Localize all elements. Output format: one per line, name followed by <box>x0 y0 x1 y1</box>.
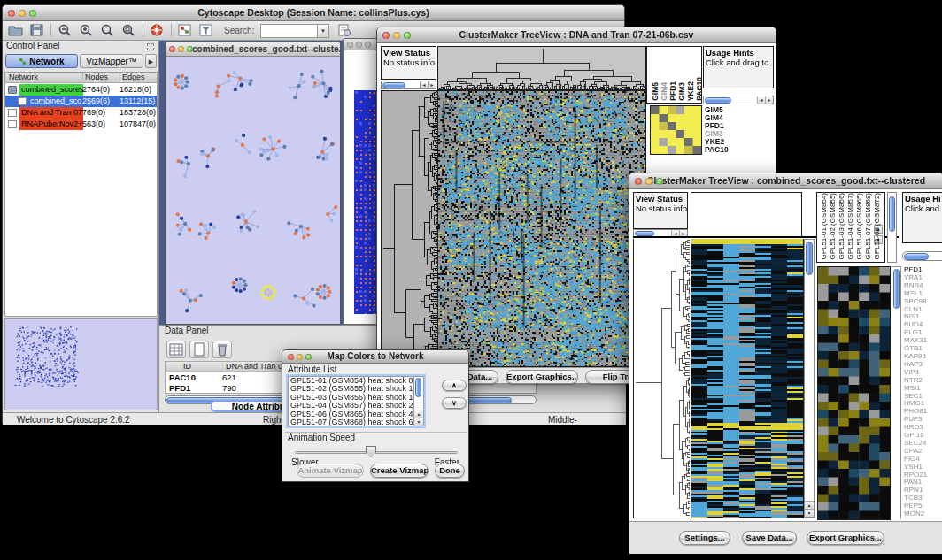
view-status-hscrollbar[interactable]: ◄ ► <box>381 81 436 89</box>
animation-speed-slider-track[interactable] <box>295 451 458 454</box>
minimize-button[interactable] <box>19 10 26 17</box>
column-header-nodes[interactable]: Nodes <box>82 73 108 81</box>
scroll-right-icon[interactable]: ► <box>428 81 436 88</box>
main-titlebar[interactable]: Cytoscape Desktop (Session Name: collins… <box>3 5 624 21</box>
search-dropdown-arrow-icon[interactable]: ▼ <box>317 25 328 37</box>
done-button[interactable]: Done <box>435 464 465 478</box>
column-dendrogram-canvas[interactable] <box>437 46 646 90</box>
heatmap-vscrollbar[interactable]: ▲ ▼ <box>804 239 815 518</box>
attribute-listbox[interactable]: GPL51-01 (GSM854) heat shock 05 minGPL51… <box>288 376 424 426</box>
import-annotation-icon[interactable] <box>336 23 356 39</box>
minimize-button[interactable] <box>297 354 303 360</box>
gene-label[interactable]: MON2 <box>904 510 942 518</box>
hscroll-thumb[interactable] <box>904 253 929 260</box>
row-dendrogram-canvas[interactable] <box>633 239 690 518</box>
save-session-icon[interactable] <box>29 23 49 39</box>
hscroll-thumb[interactable] <box>382 82 405 88</box>
zoom-button[interactable] <box>365 42 371 48</box>
network-canvas[interactable] <box>166 57 340 324</box>
vscroll-thumb[interactable] <box>889 196 895 232</box>
zoom-selected-icon[interactable] <box>99 23 119 39</box>
vscroll-thumb[interactable] <box>806 242 813 275</box>
usage-hints-hscrollbar[interactable] <box>902 251 942 261</box>
zoom-button[interactable] <box>305 354 312 360</box>
global-heatmap-canvas[interactable] <box>437 90 646 367</box>
column-header-edges[interactable]: Edges <box>120 73 145 81</box>
zoom-button[interactable] <box>656 178 663 185</box>
row-dendrogram-canvas[interactable] <box>381 90 438 367</box>
help-lifering-icon[interactable] <box>149 23 168 39</box>
global-heatmap-canvas[interactable] <box>691 239 804 518</box>
network-list-row[interactable]: combined_scores2764(0)16218(0) <box>5 84 157 96</box>
create-vizmap-button[interactable]: Create Vizmap <box>370 464 429 478</box>
treeview-dna-titlebar[interactable]: ClusterMaker TreeView : DNA and Tran 07-… <box>377 27 776 43</box>
network-list-row[interactable]: RNAPuberNov2+563(0)107847(0) <box>5 119 157 130</box>
move-up-button[interactable]: ∧ <box>442 380 467 391</box>
column-header-id[interactable]: ID <box>183 362 191 371</box>
scroll-right-icon[interactable]: ► <box>679 230 687 236</box>
scroll-right-icon[interactable]: ► <box>765 96 773 104</box>
zoom-heatmap-canvas[interactable] <box>650 105 702 155</box>
zoom-fit-icon[interactable] <box>120 23 140 39</box>
scroll-down-icon[interactable]: ▼ <box>414 418 423 426</box>
export-graphics-button[interactable]: Export Graphics... <box>807 531 884 545</box>
close-button[interactable] <box>288 354 294 360</box>
usage-hints-panel: Usage Hi Click and <box>902 192 942 243</box>
scroll-up-icon[interactable]: ▲ <box>805 501 814 509</box>
close-button[interactable] <box>347 42 353 48</box>
minimize-button[interactable] <box>393 32 400 39</box>
network-list-row[interactable]: combined_sco2569(6)13112(15) <box>5 96 157 107</box>
search-input[interactable]: ▼ <box>260 24 329 38</box>
labels-vscrollbar[interactable] <box>887 192 897 263</box>
birdseye-view-panel[interactable] <box>4 318 158 410</box>
vizmap-icon[interactable] <box>177 23 197 39</box>
list-vscrollbar[interactable]: ▲ ▼ <box>413 377 423 426</box>
tab-network[interactable]: Network <box>5 54 78 68</box>
zoom-vscrollbar[interactable] <box>892 266 901 518</box>
usage-hints-hscrollbar[interactable]: ◄ ► <box>703 96 774 104</box>
close-button[interactable] <box>635 178 642 185</box>
settings-button[interactable]: Settings... <box>679 531 730 545</box>
network-view-frame[interactable]: combined_scores_good.txt--cluste... <box>165 42 341 325</box>
column-header-network[interactable]: Network <box>9 73 38 81</box>
close-button[interactable] <box>382 32 390 39</box>
float-panel-icon[interactable] <box>147 43 154 50</box>
export-graphics-button[interactable]: Export Graphics... <box>506 370 578 384</box>
zoom-button[interactable] <box>404 32 411 39</box>
delete-attribute-trash-icon[interactable] <box>212 341 232 358</box>
close-button[interactable] <box>169 46 175 52</box>
open-session-icon[interactable] <box>8 23 27 39</box>
zoom-out-icon[interactable] <box>57 23 76 39</box>
minimize-button[interactable] <box>356 42 362 48</box>
new-attribute-icon[interactable] <box>189 341 209 358</box>
zoom-in-icon[interactable] <box>78 23 97 39</box>
network-frame-titlebar[interactable]: combined_scores_good.txt--cluste... <box>166 42 340 57</box>
scroll-left-icon[interactable]: ◄ <box>757 96 765 104</box>
scroll-left-icon[interactable]: ◄ <box>671 230 679 236</box>
scroll-up-icon[interactable]: ▲ <box>414 410 423 418</box>
save-data-button[interactable]: Save Data... <box>742 531 797 545</box>
select-attributes-icon[interactable] <box>166 341 186 358</box>
move-down-button[interactable]: ∨ <box>442 397 467 409</box>
minimize-button[interactable] <box>645 178 652 185</box>
vscroll-thumb[interactable] <box>893 269 900 309</box>
close-button[interactable] <box>8 10 15 17</box>
attribute-item[interactable]: GPL51-07 (GSM868) heat shock 60 min <box>289 418 423 426</box>
minimize-button[interactable] <box>178 46 184 52</box>
gene-label[interactable]: PAC10 <box>705 146 745 154</box>
zoom-button[interactable] <box>29 10 36 17</box>
vscroll-thumb[interactable] <box>415 378 421 397</box>
tab-vizmapper[interactable]: VizMapper™ <box>80 54 143 68</box>
tab-overflow-button[interactable]: ▶ <box>145 54 157 68</box>
filter-icon[interactable] <box>198 23 218 39</box>
slider-thumb[interactable] <box>366 446 376 457</box>
scroll-left-icon[interactable]: ◄ <box>420 81 428 88</box>
animate-vizmap-button[interactable]: Animate Vizmap <box>297 464 364 478</box>
hscroll-thumb[interactable] <box>705 97 731 104</box>
network-list-row[interactable]: DNA and Tran 07769(0)183728(0) <box>5 107 157 119</box>
birdseye-canvas[interactable] <box>5 319 157 410</box>
zoom-button[interactable] <box>187 46 193 52</box>
zoom-heatmap-canvas[interactable] <box>817 266 891 520</box>
scroll-down-icon[interactable]: ▼ <box>805 509 814 517</box>
treeview-combined-titlebar[interactable]: ClusterMaker TreeView : combined_scores_… <box>629 173 942 189</box>
